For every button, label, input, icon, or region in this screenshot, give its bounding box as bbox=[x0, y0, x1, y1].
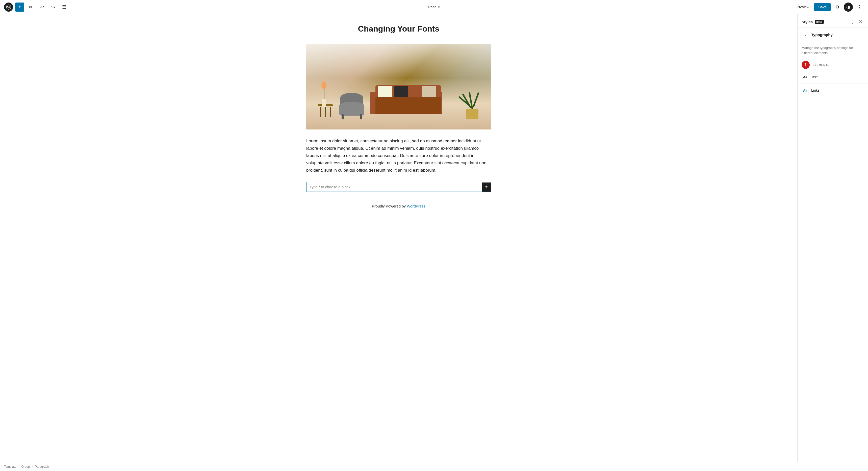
chevron-down-icon: ▾ bbox=[438, 5, 440, 9]
topbar: W + ✏ ↩ ↪ ☰ Page ▾ Preview Save ⚙ ◑ ⋮ bbox=[0, 0, 868, 14]
elements-section: 1 ELEMENTS Aa Text Aa Links bbox=[798, 59, 868, 97]
ellipsis-icon: ⋮ bbox=[850, 19, 855, 25]
list-icon: ☰ bbox=[62, 4, 66, 10]
panel-header: Styles Beta ⋮ ✕ bbox=[798, 14, 868, 28]
pen-icon: ✏ bbox=[29, 4, 33, 10]
save-button[interactable]: Save bbox=[814, 3, 831, 11]
breadcrumb-template[interactable]: Template bbox=[4, 465, 17, 469]
plant bbox=[463, 92, 481, 119]
panel-title: Styles bbox=[802, 20, 813, 24]
page-label: Page bbox=[428, 5, 436, 9]
editor-content: Changing Your Fonts bbox=[300, 24, 497, 218]
content-image bbox=[306, 44, 491, 129]
ellipsis-icon: ⋮ bbox=[857, 4, 862, 10]
vase-area bbox=[321, 82, 327, 107]
elements-label: ELEMENTS bbox=[813, 63, 829, 66]
typography-title: Typography bbox=[811, 33, 833, 37]
list-view-button[interactable]: ☰ bbox=[60, 2, 69, 11]
chevron-left-icon: ‹ bbox=[804, 32, 806, 37]
block-type-input[interactable] bbox=[307, 182, 482, 192]
settings-button[interactable]: ⚙ bbox=[833, 2, 842, 11]
panel-close-button[interactable]: ✕ bbox=[857, 18, 864, 25]
breadcrumb-group[interactable]: Group bbox=[22, 465, 30, 469]
preview-button[interactable]: Preview bbox=[794, 3, 812, 10]
footer-area: Proudly Powered by WordPress bbox=[306, 198, 491, 218]
dark-mode-button[interactable]: ◑ bbox=[844, 2, 853, 11]
plus-icon: + bbox=[485, 184, 488, 190]
typography-description: Manage the typography settings for diffe… bbox=[798, 42, 868, 59]
badge-number: 1 bbox=[805, 63, 807, 67]
links-element-name: Links bbox=[811, 88, 819, 92]
redo-icon: ↪ bbox=[51, 4, 55, 10]
body-text: Lorem ipsum dolor sit amet, consectetur … bbox=[306, 137, 491, 174]
panel-header-left: Styles Beta bbox=[802, 20, 824, 24]
page-title: Changing Your Fonts bbox=[306, 24, 491, 34]
footer-text: Proudly Powered by bbox=[372, 204, 407, 208]
text-element-row[interactable]: Aa Text bbox=[798, 70, 868, 84]
breadcrumb-sep-1: › bbox=[19, 465, 20, 469]
undo-button[interactable]: ↩ bbox=[37, 2, 46, 11]
svg-text:W: W bbox=[7, 5, 10, 9]
links-type-icon: Aa bbox=[802, 87, 809, 94]
topbar-right: Preview Save ⚙ ◑ ⋮ bbox=[794, 2, 864, 11]
undo-icon: ↩ bbox=[40, 4, 44, 10]
beta-badge: Beta bbox=[815, 20, 824, 24]
plus-icon: + bbox=[19, 4, 21, 9]
text-type-icon: Aa bbox=[802, 73, 809, 81]
panel-more-button[interactable]: ⋮ bbox=[849, 18, 856, 25]
back-button[interactable]: ‹ bbox=[802, 31, 809, 38]
breadcrumb-sep-2: › bbox=[32, 465, 33, 469]
bottom-bar: Template › Group › Paragraph bbox=[0, 462, 868, 471]
panel-header-right: ⋮ ✕ bbox=[849, 18, 864, 25]
right-panel: Styles Beta ⋮ ✕ ‹ Typography Manage the … bbox=[797, 14, 868, 462]
more-options-button[interactable]: ⋮ bbox=[855, 2, 864, 11]
page-selector[interactable]: Page ▾ bbox=[428, 5, 440, 9]
wp-logo-icon[interactable]: W bbox=[4, 2, 13, 11]
tools-button[interactable]: ✏ bbox=[26, 2, 35, 11]
breadcrumb-paragraph[interactable]: Paragraph bbox=[35, 465, 49, 469]
editor-area: Changing Your Fonts bbox=[0, 14, 797, 462]
main-area: Changing Your Fonts bbox=[0, 14, 868, 462]
block-add-button[interactable]: + bbox=[482, 183, 491, 192]
block-input-row: + bbox=[306, 182, 491, 192]
gray-chair bbox=[337, 94, 367, 119]
text-element-name: Text bbox=[811, 75, 818, 79]
redo-button[interactable]: ↪ bbox=[49, 2, 58, 11]
wordpress-link[interactable]: WordPress bbox=[407, 204, 426, 208]
step-badge: 1 bbox=[802, 61, 810, 69]
close-icon: ✕ bbox=[859, 19, 863, 25]
typography-header: ‹ Typography bbox=[798, 28, 868, 42]
links-element-row[interactable]: Aa Links bbox=[798, 84, 868, 97]
sofa bbox=[370, 87, 441, 114]
circle-half-icon: ◑ bbox=[846, 4, 850, 10]
add-block-button[interactable]: + bbox=[15, 2, 24, 11]
gear-icon: ⚙ bbox=[835, 4, 839, 10]
